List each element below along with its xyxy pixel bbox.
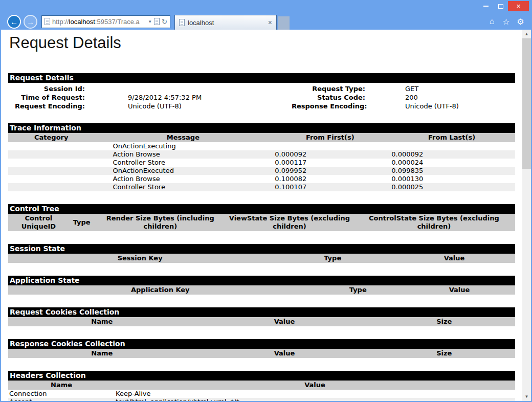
cell-message: Controller Store [94,159,272,167]
field-label: Time of Request: [8,93,85,102]
table-header-row: Application Key Type Value [8,285,515,295]
section-header: Request Details [8,73,515,83]
back-arrow-icon: ← [10,17,18,26]
window-controls: × [478,1,529,13]
control-tree-table: Control UniqueID Type Render Size Bytes … [8,214,515,231]
column-header: Name [8,381,115,390]
column-header: Control UniqueID [8,214,69,231]
column-header: Application Key [8,285,313,295]
field-label: Response Encoding: [292,102,365,110]
cell-message: Controller Store [94,183,272,191]
column-header: Value [115,381,515,390]
cell-from-last: 0.000130 [388,175,515,183]
column-header: Size [373,317,516,326]
cell-category [8,142,94,150]
application-state-table: Application Key Type Value [8,285,515,295]
cell-from-last: 0.099835 [388,167,515,175]
trace-page: Request Details Request Details Session … [1,30,522,401]
table-row: OnActionExecuted 0.099952 0.099835 [8,167,515,175]
cell-from-last: 0.000092 [388,150,515,159]
titlebar[interactable]: × [1,1,531,13]
section-control-tree: Control Tree Control UniqueID Type Rende… [8,204,515,231]
table-row: Action Browse 0.100082 0.000130 [8,175,515,183]
field-label: Status Code: [292,93,365,102]
section-header: Trace Information [8,123,515,133]
column-header: Value [196,317,373,326]
column-header: Size [373,349,516,358]
settings-gear-icon[interactable]: ⚙ [514,17,527,27]
section-header: Control Tree [8,204,515,214]
cell-from-last: 0.000024 [388,159,515,167]
table-row: Controller Store 0.100107 0.000025 [8,183,515,191]
address-bar[interactable]: http://localhost:59537/Trace.a ▼ ↻ [41,15,170,28]
column-header: ControlState Size Bytes (excluding child… [353,214,515,231]
field-label: Request Type: [292,84,365,93]
navigation-bar: ← → http://localhost:59537/Trace.a ▼ ↻ l… [1,13,531,30]
vertical-scrollbar[interactable]: ▲ ▼ [522,30,531,401]
cell-from-first [272,142,388,150]
column-header: Session Key [8,254,272,263]
scroll-up-button[interactable]: ▲ [522,30,531,38]
cell-message: OnActionExecuting [94,142,272,150]
column-header: Type [69,214,95,231]
url-host: localhost [69,18,95,26]
tab-favicon [179,19,185,26]
favorites-star-icon[interactable]: ☆ [500,17,513,27]
new-tab-button[interactable] [278,16,290,30]
table-header-row: Category Message From First(s) From Last… [8,133,515,142]
maximize-icon [498,4,503,9]
section-application-state: Application State Application Key Type V… [8,276,515,295]
close-button[interactable]: × [508,1,529,11]
field-value [85,84,292,93]
address-dropdown-button[interactable]: ▼ [148,19,152,24]
column-header: Name [8,317,196,326]
scrollbar-thumb[interactable] [522,38,531,169]
back-button[interactable]: ← [7,15,21,29]
cell-category [8,159,94,167]
field-value: GET [365,84,515,93]
table-header-row: Name Value [8,381,515,390]
trace-information-table: Category Message From First(s) From Last… [8,133,515,191]
cell-from-first: 0.100107 [272,183,388,191]
home-icon[interactable]: ⌂ [485,17,498,26]
section-header: Request Cookies Collection [8,307,515,317]
tab-title: localhost [188,19,265,27]
url-path: :59537/Trace.a [95,18,140,26]
column-header: Value [196,349,373,358]
cell-header-value: text/html, application/xhtml+xml, */* [115,398,515,401]
scroll-down-button[interactable]: ▼ [522,392,531,401]
section-header: Response Cookies Collection [8,339,515,349]
headers-collection-table: Name Value Connection Keep-Alive Accept … [8,381,515,401]
cell-from-first: 0.000117 [272,159,388,167]
column-header: Type [272,254,393,263]
page-title: Request Details [9,34,515,52]
section-trace-information: Trace Information Category Message From … [8,123,515,191]
table-header-row: Name Value Size [8,349,515,358]
field-label: Request Encoding: [8,102,85,110]
forward-button[interactable]: → [24,15,37,29]
tab-close-button[interactable]: × [268,19,272,26]
column-header: From Last(s) [388,133,515,142]
maximize-button[interactable] [493,1,508,11]
field-value: 200 [365,93,515,102]
section-header: Headers Collection [8,371,515,381]
cell-header-name: Accept [8,398,115,401]
refresh-button[interactable]: ↻ [162,18,167,26]
field-value: 9/28/2012 4:57:32 PM [85,93,292,102]
cell-category [8,150,94,159]
tab-localhost[interactable]: localhost × [174,15,277,30]
session-state-table: Session Key Type Value [8,254,515,263]
section-response-cookies: Response Cookies Collection Name Value S… [8,339,515,358]
compatibility-view-icon[interactable] [154,18,160,25]
minimize-button[interactable] [478,1,493,11]
cell-from-last: 0.000025 [388,183,515,191]
scroll-up-icon: ▲ [525,32,529,36]
column-header: Value [404,285,515,295]
section-header: Application State [8,276,515,285]
table-header-row: Name Value Size [8,317,515,326]
forward-arrow-icon: → [27,17,34,26]
cell-message: Action Browse [94,150,272,159]
browser-window: × ← → http://localhost:59537/Trace.a ▼ ↻… [0,0,532,402]
table-row: Controller Store 0.000117 0.000024 [8,159,515,167]
section-headers-collection: Headers Collection Name Value Connection… [8,371,515,401]
